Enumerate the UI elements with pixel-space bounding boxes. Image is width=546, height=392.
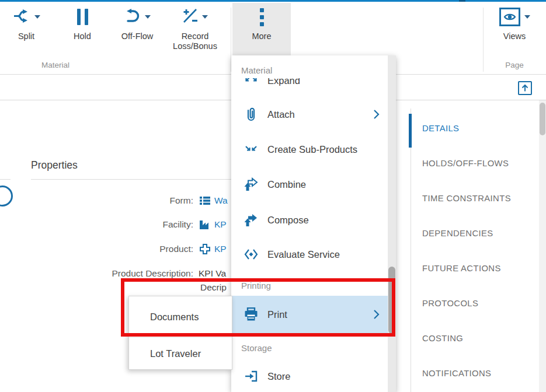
plus-minus-icon xyxy=(182,8,198,26)
more-dropdown-menu: Expand Material Attach Create Sub-Produc… xyxy=(231,55,396,392)
menu-item-label: Create Sub-Products xyxy=(267,144,357,155)
store-icon xyxy=(244,370,259,383)
views-button[interactable]: Views xyxy=(487,3,542,55)
material-group-label: Material xyxy=(32,61,79,69)
submenu-item-lot-traveler[interactable]: Lot Traveler xyxy=(129,337,232,369)
facility-label: Facility: xyxy=(0,219,199,230)
record-button-label: Record Loss/Bonus xyxy=(165,32,225,51)
printer-icon xyxy=(244,307,259,321)
form-value-link[interactable]: Wa xyxy=(214,195,228,206)
combine-icon xyxy=(244,177,259,191)
menu-section-header-storage: Storage xyxy=(231,343,388,353)
menu-item-label: Combine xyxy=(267,179,306,190)
menu-item-combine[interactable]: Combine xyxy=(231,172,388,197)
divider xyxy=(0,179,11,180)
vertical-ellipsis-icon xyxy=(260,8,264,26)
sidebar-item-dependencies[interactable]: DEPENDENCIES xyxy=(422,229,536,243)
menu-item-label: Evaluate Service xyxy=(267,249,340,260)
record-caret-down-icon[interactable] xyxy=(202,15,208,19)
evaluate-service-icon xyxy=(244,248,259,261)
menu-item-label: Store xyxy=(267,371,290,382)
menu-item-attach[interactable]: Attach xyxy=(231,102,388,127)
sidebar-item-future-actions[interactable]: FUTURE ACTIONS xyxy=(422,264,536,278)
partial-description-text: Decrip xyxy=(200,282,227,293)
sub-products-arrows-icon xyxy=(244,145,259,154)
list-icon xyxy=(199,196,211,205)
menu-item-print[interactable]: Print xyxy=(231,296,388,333)
product-description-label: Product Description: xyxy=(0,268,199,279)
product-cross-icon xyxy=(199,243,211,255)
split-icon xyxy=(13,8,30,26)
page-scrollbar-track[interactable] xyxy=(539,100,546,392)
toolbar-separator xyxy=(483,8,484,72)
split-caret-down-icon[interactable] xyxy=(34,15,40,19)
sidebar-item-protocols[interactable]: PROTOCOLS xyxy=(422,299,536,313)
sidebar-item-costing[interactable]: COSTING xyxy=(422,334,536,348)
views-button-label: Views xyxy=(503,32,526,41)
offflow-caret-down-icon[interactable] xyxy=(145,15,151,19)
sidebar-divider xyxy=(411,108,411,392)
submenu-chevron-right-icon xyxy=(373,109,380,120)
split-button[interactable]: Split xyxy=(5,3,48,55)
hold-button[interactable]: Hold xyxy=(61,3,104,55)
compose-icon xyxy=(244,213,259,227)
views-caret-down-icon[interactable] xyxy=(524,15,530,19)
paperclip-icon xyxy=(244,107,259,122)
active-nav-indicator xyxy=(409,114,412,148)
hold-button-label: Hold xyxy=(74,32,91,41)
menu-item-compose[interactable]: Compose xyxy=(231,207,388,233)
factory-icon xyxy=(199,219,211,230)
record-loss-bonus-button[interactable]: Record Loss/Bonus xyxy=(165,3,225,55)
menu-item-label: Compose xyxy=(267,215,309,226)
more-button[interactable]: More xyxy=(232,3,291,55)
product-description-value: KPI Va xyxy=(199,268,226,279)
offflow-button[interactable]: Off-Flow xyxy=(110,3,165,55)
menu-section-header-material: Material xyxy=(231,55,388,78)
split-button-label: Split xyxy=(18,32,34,41)
page-scrollbar-thumb[interactable] xyxy=(540,103,545,135)
submenu-item-documents[interactable]: Documents xyxy=(129,296,232,337)
menu-item-label: Print xyxy=(267,309,287,320)
menu-scrollbar-thumb[interactable] xyxy=(388,267,395,334)
undo-arrow-icon xyxy=(124,8,141,26)
page-group-label: Page xyxy=(493,61,535,69)
more-button-label: More xyxy=(252,32,271,41)
print-submenu: Documents Lot Traveler xyxy=(128,296,232,370)
submenu-chevron-right-icon xyxy=(373,309,380,320)
form-label: Form: xyxy=(0,195,199,206)
sidebar-item-details[interactable]: DETAILS xyxy=(422,124,536,138)
product-value-link[interactable]: KP xyxy=(214,244,227,254)
menu-section-header-printing: Printing xyxy=(231,281,388,290)
eye-icon xyxy=(499,8,520,26)
menu-item-evaluate-service[interactable]: Evaluate Service xyxy=(231,242,388,267)
sidebar-item-holds-off-flows[interactable]: HOLDS/OFF-FLOWS xyxy=(422,159,536,173)
sidebar-item-notifications[interactable]: NOTIFICATIONS xyxy=(422,369,536,383)
properties-title: Properties xyxy=(31,159,78,172)
offflow-button-label: Off-Flow xyxy=(121,32,154,41)
menu-scrollbar-track[interactable] xyxy=(388,55,396,392)
menu-item-label: Attach xyxy=(267,109,295,120)
pause-icon xyxy=(77,9,88,25)
export-up-icon[interactable] xyxy=(518,81,532,95)
sidebar-item-time-constraints[interactable]: TIME CONSTRAINTS xyxy=(422,194,536,208)
product-label: Product: xyxy=(0,244,199,254)
menu-item-store[interactable]: Store xyxy=(231,363,388,389)
menu-item-create-sub-products[interactable]: Create Sub-Products xyxy=(231,136,388,162)
facility-value-link[interactable]: KP xyxy=(214,219,227,230)
